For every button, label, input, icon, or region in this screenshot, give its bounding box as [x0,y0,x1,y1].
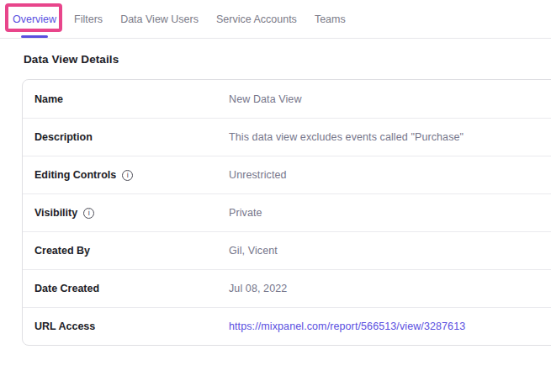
row-label: Editing Controls i [34,169,229,181]
tab-teams[interactable]: Teams [315,0,346,38]
row-label: Name [34,93,229,105]
tab-filters[interactable]: Filters [74,0,103,38]
row-label: Date Created [34,283,229,294]
tab-bar: Overview Filters Data View Users Service… [0,0,551,39]
table-row-date-created: Date Created Jul 08, 2022 [23,269,551,307]
table-row-editing-controls: Editing Controls i Unrestricted [23,156,551,193]
row-value: Unrestricted [229,169,287,181]
row-value: Jul 08, 2022 [229,283,287,294]
tab-data-view-users[interactable]: Data View Users [120,0,199,38]
row-value: New Data View [229,93,302,105]
tab-service-accounts-label: Service Accounts [216,13,297,25]
table-row-created-by: Created By Gil, Vicent [23,231,551,269]
row-value: Private [229,207,262,219]
row-value: Gil, Vicent [229,245,278,257]
tab-service-accounts[interactable]: Service Accounts [216,0,297,38]
data-view-details-card: Name New Data View Description This data… [22,79,551,346]
tab-data-view-users-label: Data View Users [120,13,199,25]
tab-filters-label: Filters [74,13,103,25]
row-value: This data view excludes events called "P… [229,131,464,143]
row-label: Visibility i [34,207,229,219]
row-label: URL Access [34,320,229,332]
info-icon[interactable]: i [83,208,94,219]
tab-overview-label: Overview [13,13,56,25]
table-row-url-access: URL Access https://mixpanel.com/report/5… [23,307,551,345]
table-row-name: Name New Data View [23,80,551,118]
row-value: https://mixpanel.com/report/566513/view/… [229,320,465,332]
active-tab-underline [21,35,48,38]
data-view-url-link[interactable]: https://mixpanel.com/report/566513/view/… [229,320,465,332]
info-icon[interactable]: i [122,170,133,181]
page-title: Data View Details [24,53,551,66]
tab-teams-label: Teams [315,13,346,25]
table-row-description: Description This data view excludes even… [23,118,551,156]
row-label: Description [34,131,229,143]
table-row-visibility: Visibility i Private [23,193,551,231]
tab-overview[interactable]: Overview [13,0,56,38]
row-label: Created By [34,245,229,257]
